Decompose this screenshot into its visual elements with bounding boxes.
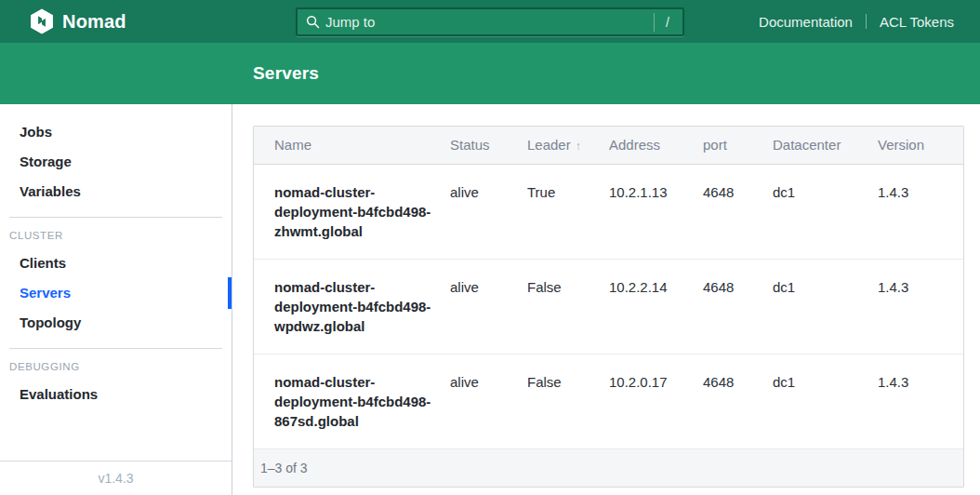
server-port: 4648 [703, 354, 773, 448]
server-status: alive [450, 259, 527, 354]
sidebar-divider [9, 348, 222, 349]
column-header-version[interactable]: Version [878, 127, 963, 164]
sidebar-divider [9, 217, 222, 218]
version-label: v1.4.3 [98, 471, 133, 486]
server-row[interactable]: nomad-cluster-deployment-b4fcbd498-wpdwz… [254, 259, 963, 354]
sidebar-item-clients[interactable]: Clients [0, 248, 232, 278]
brand-name: Nomad [62, 11, 126, 33]
column-header-label: Leader [527, 137, 571, 153]
sidebar-item-jobs[interactable]: Jobs [0, 117, 232, 147]
sidebar-item-evaluations[interactable]: Evaluations [0, 380, 232, 409]
navbar-links: Documentation ACL Tokens [759, 14, 954, 30]
servers-table: Name Status Leader↑ Address port Datacen… [254, 127, 963, 449]
documentation-link[interactable]: Documentation [759, 14, 853, 30]
table-header-row: Name Status Leader↑ Address port Datacen… [254, 127, 963, 164]
server-datacenter: dc1 [773, 164, 878, 259]
server-leader: True [527, 164, 609, 259]
server-version: 1.4.3 [878, 354, 963, 448]
column-header-datacenter[interactable]: Datacenter [773, 127, 878, 164]
page-title: Servers [253, 63, 319, 84]
server-status: alive [450, 354, 527, 448]
sidebar: Jobs Storage Variables CLUSTER Clients S… [0, 104, 232, 495]
server-row[interactable]: nomad-cluster-deployment-b4fcbd498-zhwmt… [254, 164, 963, 259]
jump-to-search[interactable]: / [296, 7, 684, 36]
server-datacenter: dc1 [773, 354, 878, 448]
search-input[interactable] [325, 14, 654, 30]
sidebar-item-servers[interactable]: Servers [0, 278, 232, 308]
server-name: nomad-cluster-deployment-b4fcbd498-867sd… [254, 354, 450, 448]
nomad-hexagon-icon [30, 8, 54, 34]
keyboard-shortcut-hint: / [654, 13, 675, 32]
nomad-logo[interactable]: Nomad [30, 8, 126, 34]
top-navbar: Nomad / Documentation ACL Tokens [0, 0, 980, 43]
nav-divider [866, 14, 867, 29]
pagination-bar: 1–3 of 3 [254, 449, 963, 487]
page-header: Servers [0, 43, 980, 104]
sidebar-item-storage[interactable]: Storage [0, 147, 232, 177]
server-version: 1.4.3 [878, 164, 963, 259]
server-name: nomad-cluster-deployment-b4fcbd498-wpdwz… [254, 259, 450, 354]
server-address: 10.2.0.17 [609, 354, 703, 448]
sidebar-footer: v1.4.3 [0, 461, 232, 495]
server-address: 10.2.1.13 [609, 164, 703, 259]
server-leader: False [527, 259, 609, 354]
section-label-debugging: DEBUGGING [0, 359, 232, 380]
server-row[interactable]: nomad-cluster-deployment-b4fcbd498-867sd… [254, 354, 963, 448]
servers-table-card: Name Status Leader↑ Address port Datacen… [253, 126, 964, 488]
column-header-port[interactable]: port [703, 127, 773, 164]
server-leader: False [527, 354, 609, 448]
sidebar-item-label: Servers [20, 285, 71, 301]
sidebar-item-variables[interactable]: Variables [0, 177, 232, 207]
active-indicator-bar [228, 277, 232, 309]
server-address: 10.2.2.14 [609, 259, 703, 354]
column-header-leader[interactable]: Leader↑ [527, 127, 609, 164]
search-icon [306, 15, 320, 29]
server-status: alive [450, 164, 527, 259]
main-content: Name Status Leader↑ Address port Datacen… [232, 104, 980, 495]
server-datacenter: dc1 [773, 259, 878, 354]
server-version: 1.4.3 [878, 259, 963, 354]
pagination-summary: 1–3 of 3 [260, 461, 308, 475]
section-label-cluster: CLUSTER [0, 228, 232, 248]
sidebar-item-topology[interactable]: Topology [0, 308, 232, 338]
server-name: nomad-cluster-deployment-b4fcbd498-zhwmt… [254, 164, 450, 259]
sort-ascending-icon: ↑ [576, 140, 581, 153]
acl-tokens-link[interactable]: ACL Tokens [880, 14, 954, 30]
server-port: 4648 [703, 259, 773, 354]
column-header-status[interactable]: Status [450, 127, 527, 164]
column-header-name[interactable]: Name [254, 127, 450, 164]
server-port: 4648 [703, 164, 773, 259]
column-header-address[interactable]: Address [609, 127, 703, 164]
